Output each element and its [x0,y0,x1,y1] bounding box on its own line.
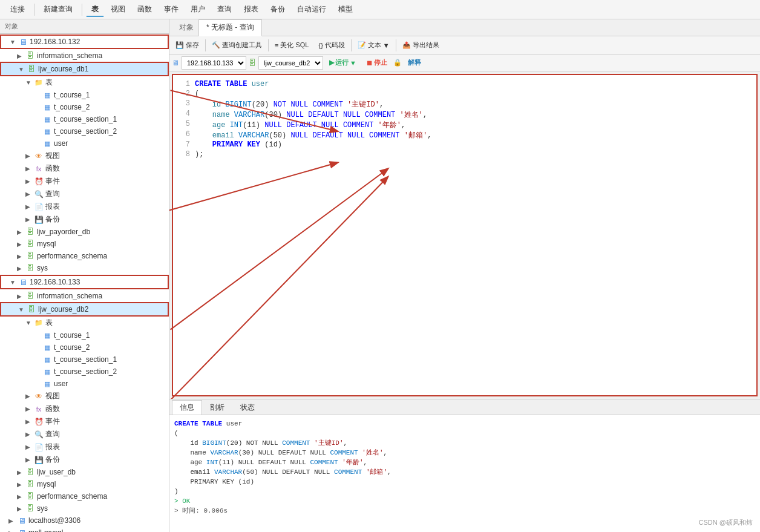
nav-query[interactable]: 查询 [212,2,237,16]
connect-button[interactable]: 连接 [5,2,30,16]
nav-table[interactable]: 表 [86,2,104,17]
folder-backup-2[interactable]: ▶ 💾 备份 [0,453,169,466]
nav-backup[interactable]: 备份 [265,2,290,16]
new-query-button[interactable]: 新建查询 [38,2,78,16]
save-button[interactable]: 💾 保存 [172,39,203,51]
run-button[interactable]: ▶ 运行 ▼ [326,57,360,68]
right-panel: 对象 * 无标题 - 查询 💾 保存 🔨 查询创建工具 ≡ 美化 SQL {} [169,19,760,532]
code-editor[interactable]: 1 CREATE TABLE user 2 ( 3 id BIGINT(20) … [172,74,758,396]
connection-select[interactable]: 192.168.10.133 [182,56,246,70]
db-icon: 🗄 [25,251,35,261]
table-t_course_section_2[interactable]: ▦ t_course_section_2 [0,125,169,137]
folder-label: 查询 [45,189,60,199]
line-num: 8 [178,150,190,159]
arrow: ▶ [25,153,34,159]
result-tab-info[interactable]: 信息 [172,400,202,415]
db-label: ljw_payorder_db [37,228,90,236]
nav-event[interactable]: 事件 [159,2,184,16]
result-tabs: 信息 剖析 状态 [169,399,760,415]
folder-queries-2[interactable]: ▶ 🔍 查询 [0,428,169,441]
folder-queries-1[interactable]: ▶ 🔍 查询 [0,188,169,200]
result-tab-status[interactable]: 状态 [232,400,263,415]
folder-funcs-1[interactable]: ▶ fx 函数 [0,162,169,175]
result-line: ) [174,487,755,496]
line-num: 5 [178,120,190,128]
folder-funcs-2[interactable]: ▶ fx 函数 [0,402,169,415]
server1-item[interactable]: ▼ 🖥 192.168.10.132 [0,34,169,49]
nav-report[interactable]: 报表 [238,2,264,16]
folder-events-2[interactable]: ▶ ⏰ 事件 [0,415,169,428]
selector-bar: 🖥 192.168.10.133 🗄 ljw_course_db2 ▶ 运行 ▼… [169,54,760,71]
object-tab[interactable]: 对象 [174,20,198,35]
db-info-schema-1[interactable]: ▶ 🗄 information_schema [0,50,169,62]
code-line-3: id BIGINT(20) NOT NULL COMMENT '主键ID', [195,99,752,110]
db-perf-2[interactable]: ▶ 🗄 performance_schema [0,490,169,502]
server3-item[interactable]: ▶ 🖥 localhost@3306 [0,514,169,527]
db-ljw-course-db2[interactable]: ▼ 🗄 ljw_course_db2 [0,302,169,317]
result-line: name VARCHAR(30) NULL DEFAULT NULL COMME… [174,448,755,458]
stop-button[interactable]: ⏹ 停止 [362,57,391,68]
table-t_course_section_2-2[interactable]: ▦ t_course_section_2 [0,366,169,378]
folder-backup-1[interactable]: ▶ 💾 备份 [0,213,169,226]
result-tab-profile[interactable]: 剖析 [202,400,232,415]
result-line: PRIMARY KEY (id) [174,477,755,487]
database-select[interactable]: ljw_course_db2 [258,56,323,70]
db-perf-1[interactable]: ▶ 🗄 performance_schema [0,250,169,262]
table-icon: ▦ [42,355,52,364]
create-tool-button[interactable]: 🔨 查询创建工具 [208,39,266,51]
folder-tables-1[interactable]: ▼ 📁 表 [0,76,169,89]
db-payorder[interactable]: ▶ 🗄 ljw_payorder_db [0,226,169,238]
arrow: ▶ [17,505,25,512]
nav-autorun[interactable]: 自动运行 [292,2,332,16]
db-label: information_schema [37,292,102,300]
query-tab[interactable]: * 无标题 - 查询 [198,19,262,36]
conn-icon: 🖥 [172,59,179,67]
db-sys-2[interactable]: ▶ 🗄 sys [0,502,169,514]
code-snippet-button[interactable]: {} 代码段 [315,39,349,51]
code-line-6: email VARCHAR(50) NULL DEFAULT NULL COMM… [195,130,752,140]
arrow: ▶ [25,431,34,438]
view-icon: 👁 [34,151,44,161]
result-content: CREATE TABLE user ( id BIGINT(20) NOT NU… [169,415,760,532]
beautify-button[interactable]: ≡ 美化 SQL [271,39,313,51]
server2-item[interactable]: ▼ 🖥 192.168.10.133 [0,275,169,289]
table-icon: ▦ [42,139,52,148]
db-label: mysql [37,240,56,248]
nav-func[interactable]: 函数 [132,2,157,16]
db-sys-1[interactable]: ▶ 🗄 sys [0,262,169,274]
table-t_course_1-2[interactable]: ▦ t_course_1 [0,329,169,341]
db-mysql-1[interactable]: ▶ 🗄 mysql [0,238,169,250]
db-info-schema-2[interactable]: ▶ 🗄 information_schema [0,290,169,302]
save-icon: 💾 [175,41,184,49]
nav-view[interactable]: 视图 [105,2,131,16]
table-user-1[interactable]: ▦ user [0,137,169,149]
line-num: 2 [178,90,190,98]
folder-events-1[interactable]: ▶ ⏰ 事件 [0,175,169,188]
table-t_course_2-2[interactable]: ▦ t_course_2 [0,341,169,353]
explain-button[interactable]: 解释 [404,57,425,68]
folder-tables-2[interactable]: ▼ 📁 表 [0,317,169,329]
nav-model[interactable]: 模型 [333,2,358,16]
db-ljw-course-db1[interactable]: ▼ 🗄 ljw_course_db1 [0,62,169,76]
db-user-db[interactable]: ▶ 🗄 ljw_user_db [0,466,169,478]
report-icon: 📄 [34,442,44,452]
folder-reports-1[interactable]: ▶ 📄 报表 [0,200,169,213]
query-toolbar: 💾 保存 🔨 查询创建工具 ≡ 美化 SQL {} 代码段 📝 文本 ▼ [169,36,760,54]
db-mysql-2[interactable]: ▶ 🗄 mysql [0,478,169,490]
db-icon: 🗄 [25,263,35,273]
result-ok: > OK [174,496,755,506]
export-button[interactable]: 📤 导出结果 [399,39,443,51]
server2-arrow: ▼ [10,279,18,286]
text-button[interactable]: 📝 文本 ▼ [354,39,393,51]
nav-user[interactable]: 用户 [185,2,211,16]
table-t_course_section_1-2[interactable]: ▦ t_course_section_1 [0,353,169,366]
folder-views-2[interactable]: ▶ 👁 视图 [0,390,169,402]
folder-views-1[interactable]: ▶ 👁 视图 [0,149,169,162]
table-t_course_1[interactable]: ▦ t_course_1 [0,89,169,101]
folder-reports-2[interactable]: ▶ 📄 报表 [0,441,169,453]
table-user-2[interactable]: ▦ user [0,378,169,390]
table-t_course_2[interactable]: ▦ t_course_2 [0,101,169,113]
server4-item[interactable]: ▶ 🖥 mall-mysql [0,527,169,532]
table-label: user [54,139,68,148]
table-t_course_section_1[interactable]: ▦ t_course_section_1 [0,113,169,125]
